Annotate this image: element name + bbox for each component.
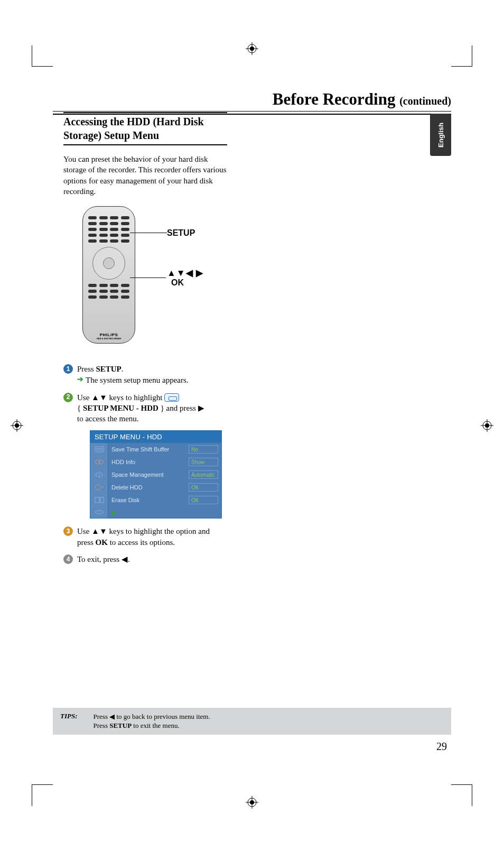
step-1: 1 Press SETUP. ➔ The system setup menu a… xyxy=(63,364,227,386)
tips-text: Press ◀ to go back to previous menu item… xyxy=(94,712,210,730)
remote-illustration: PHILIPS HDD & DVD RECORDER SETUP ▲▼◀ ▶ O… xyxy=(82,206,227,354)
menu-icon-sound xyxy=(90,468,108,481)
step1-setup: SETUP xyxy=(96,365,121,373)
step1-text-a: Press xyxy=(77,365,96,373)
section-title: Before Recording (continued) xyxy=(53,90,451,109)
step2-brace-close: } and press xyxy=(158,404,198,412)
svg-point-20 xyxy=(95,485,100,490)
menu-icon-tuner: 1 xyxy=(90,481,108,494)
tips-line1-a: Press xyxy=(94,713,110,720)
step-4: 4 To exit, press ◀. xyxy=(63,554,227,565)
menu-row: Erase Disk OK xyxy=(90,494,221,506)
remote-brand-sub: HDD & DVD RECORDER xyxy=(83,337,135,340)
step-number-4: 4 xyxy=(63,554,73,564)
tips-line2-a: Press xyxy=(94,722,110,729)
up-down-keys-icon: ▲▼ xyxy=(91,526,107,535)
tips-line1-b: to go back to previous menu item. xyxy=(115,713,210,720)
menu-label: Delete HDD xyxy=(108,484,189,491)
menu-value: OK xyxy=(189,483,218,492)
menu-icon-video xyxy=(90,494,108,506)
tips-line2-setup: SETUP xyxy=(109,722,132,729)
remote-brand-text: PHILIPS xyxy=(100,332,118,337)
step1-text-b: . xyxy=(122,365,124,373)
crop-mark xyxy=(451,784,472,785)
menu-label: Space Management xyxy=(108,471,189,478)
menu-label: Erase Disk xyxy=(108,497,189,503)
divider xyxy=(53,111,451,112)
svg-point-11 xyxy=(15,423,19,428)
menu-icon-reel xyxy=(90,456,108,468)
menu-row: HDD Info Show xyxy=(90,456,221,468)
step3-a: Use xyxy=(77,527,91,535)
section-title-suffix: (continued) xyxy=(399,95,451,107)
up-down-keys-icon: ▲▼ xyxy=(91,393,107,402)
svg-text:1: 1 xyxy=(101,486,103,489)
svg-point-25 xyxy=(95,511,103,514)
step-3: 3 Use ▲▼ keys to highlight the option an… xyxy=(63,526,227,548)
menu-value: Automatic xyxy=(189,470,218,479)
remote-brand: PHILIPS HDD & DVD RECORDER xyxy=(83,332,135,340)
step-number-1: 1 xyxy=(63,364,73,374)
registration-mark-icon xyxy=(11,419,23,432)
dpad-icon xyxy=(92,247,125,280)
svg-rect-23 xyxy=(95,497,99,503)
tips-label: TIPS: xyxy=(60,712,78,720)
tips-bar: TIPS: Press ◀ to go back to previous men… xyxy=(53,708,451,735)
tips-line2-b: to exit the menu. xyxy=(132,722,180,729)
arrow-right-icon: ➔ xyxy=(77,375,83,385)
step2-line3: to access the menu. xyxy=(77,413,227,424)
crop-mark xyxy=(32,784,53,785)
leader-line xyxy=(130,278,166,278)
language-tab: English xyxy=(430,114,451,156)
remote-body: PHILIPS HDD & DVD RECORDER xyxy=(82,206,135,344)
right-arrow-icon: ▶ xyxy=(198,403,204,412)
page-number: 29 xyxy=(436,741,447,753)
menu-row: Save Time Shift Buffer No xyxy=(90,443,221,456)
section-title-main: Before Recording xyxy=(273,90,399,108)
step2-brace-open: { xyxy=(77,404,83,412)
step-2: 2 Use ▲▼ keys to highlight { SETUP MENU … xyxy=(63,392,227,424)
page-container: Before Recording (continued) English Acc… xyxy=(0,0,504,851)
svg-point-3 xyxy=(250,47,254,51)
remote-label-ok: OK xyxy=(171,278,184,288)
step1-result: The system setup menu appears. xyxy=(86,375,189,385)
step2-menu-label: SETUP MENU - HDD xyxy=(83,404,158,412)
step3-c: to access its options. xyxy=(108,538,175,547)
remote-label-arrows: ▲▼◀ ▶ xyxy=(167,267,203,279)
step-number-3: 3 xyxy=(63,526,73,536)
leader-line xyxy=(130,233,167,233)
crop-mark xyxy=(32,66,53,67)
left-arrow-icon: ◀ xyxy=(122,554,128,563)
svg-point-15 xyxy=(485,423,489,428)
svg-rect-17 xyxy=(97,449,102,450)
registration-mark-icon xyxy=(481,419,493,432)
step2-b: keys to highlight xyxy=(107,393,164,402)
step4-a: To exit, press xyxy=(77,555,122,563)
crop-mark xyxy=(451,66,472,67)
step4-b: . xyxy=(128,555,130,563)
menu-value: No xyxy=(189,445,218,454)
menu-label: HDD Info xyxy=(108,459,189,465)
step3-ok: OK xyxy=(96,538,108,547)
setup-menu-box: SETUP MENU - HDD Save Time Shift Buffer … xyxy=(90,430,222,519)
menu-row: ▶ xyxy=(90,506,221,518)
left-arrow-icon: ◀ xyxy=(109,713,115,720)
menu-icon-disc xyxy=(90,506,108,518)
menu-row: Space Management Automatic xyxy=(90,468,221,481)
subheading: Accessing the HDD (Hard Disk Storage) Se… xyxy=(63,115,227,145)
left-column: Accessing the HDD (Hard Disk Storage) Se… xyxy=(63,112,227,571)
menu-label: Save Time Shift Buffer xyxy=(108,446,189,452)
ok-button-icon xyxy=(103,257,115,269)
registration-mark-icon xyxy=(246,796,258,809)
language-tab-label: English xyxy=(437,123,445,147)
remote-label-setup: SETUP xyxy=(167,228,195,238)
menu-title: SETUP MENU - HDD xyxy=(90,431,221,443)
step-number-2: 2 xyxy=(63,393,73,402)
menu-row: 1 Delete HDD OK xyxy=(90,481,221,494)
hdd-menu-icon xyxy=(164,393,179,402)
registration-mark-icon xyxy=(246,42,258,55)
content-area: Before Recording (continued) English Acc… xyxy=(53,79,451,772)
menu-icon-hdd xyxy=(90,443,108,456)
svg-point-7 xyxy=(250,800,254,804)
menu-value: OK xyxy=(189,496,218,504)
